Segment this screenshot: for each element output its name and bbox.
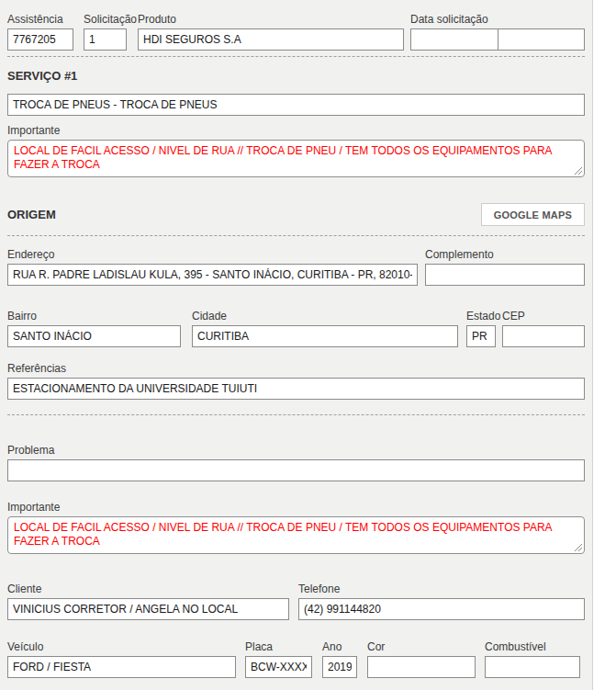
header-row: Assistência Solicitação Produto Data sol… <box>7 13 585 51</box>
origem-header-row: ORIGEM GOOGLE MAPS <box>7 203 585 226</box>
data-solicitacao-label: Data solicitação <box>410 13 585 26</box>
placa-label: Placa <box>245 640 312 653</box>
placa-field-group: Placa <box>245 640 312 678</box>
cep-label: CEP <box>502 310 585 322</box>
endereco-label: Endereço <box>7 248 418 261</box>
veiculo-label: Veículo <box>7 640 236 653</box>
cidade-input[interactable] <box>192 325 458 347</box>
section-divider <box>7 414 585 415</box>
cor-field-group: Cor <box>367 640 476 678</box>
complemento-field-group: Complemento <box>425 248 585 286</box>
combustivel-label: Combustível <box>485 640 580 653</box>
telefone-label: Telefone <box>298 583 585 595</box>
referencias-field-group: Referências <box>7 362 585 400</box>
solicitacao-input[interactable] <box>84 28 127 51</box>
endereco-input[interactable] <box>7 264 418 286</box>
service-type-row <box>7 94 585 116</box>
important-row: Importante LOCAL DE FACIL ACESSO / NIVEL… <box>7 501 585 554</box>
cor-label: Cor <box>367 640 476 653</box>
problema-input[interactable] <box>7 459 585 481</box>
combustivel-input[interactable] <box>485 656 580 678</box>
address-row: Endereço Complemento <box>7 248 585 286</box>
cep-field-group: CEP <box>502 310 585 347</box>
cidade-field-group: Cidade <box>192 310 458 347</box>
placa-input[interactable] <box>245 656 312 678</box>
assistance-form-panel: Assistência Solicitação Produto Data sol… <box>0 0 593 690</box>
veiculo-field-group: Veículo <box>7 640 236 678</box>
references-row: Referências <box>7 362 585 400</box>
data-solicitacao-date-input[interactable] <box>410 28 498 51</box>
service-important-field-group: Importante LOCAL DE FACIL ACESSO / NIVEL… <box>7 124 585 177</box>
solicitacao-field-group: Solicitação <box>84 13 127 51</box>
service-important-row: Importante LOCAL DE FACIL ACESSO / NIVEL… <box>7 124 585 177</box>
estado-input[interactable] <box>466 325 496 347</box>
ano-field-group: Ano <box>322 640 357 678</box>
servico-heading: SERVIÇO #1 <box>7 69 585 83</box>
bairro-input[interactable] <box>7 325 181 347</box>
section-divider <box>7 56 585 57</box>
problem-row: Problema <box>7 444 585 481</box>
data-solicitacao-inputs <box>410 28 585 51</box>
origem-heading: ORIGEM <box>7 208 56 221</box>
ano-input[interactable] <box>322 656 357 678</box>
vehicle-row: Veículo Placa Ano Cor Combustível <box>7 640 585 678</box>
section-divider <box>7 235 585 236</box>
service-important-label: Importante <box>7 124 585 137</box>
service-important-textarea[interactable]: LOCAL DE FACIL ACESSO / NIVEL DE RUA // … <box>7 140 585 177</box>
telefone-input[interactable] <box>298 598 585 620</box>
service-type-field-group <box>7 94 585 116</box>
assistencia-field-group: Assistência <box>7 13 73 51</box>
client-row: Cliente Telefone <box>7 583 585 620</box>
complemento-label: Complemento <box>425 248 585 261</box>
cor-input[interactable] <box>367 656 476 678</box>
service-type-input[interactable] <box>7 94 585 116</box>
important-label: Importante <box>7 501 585 514</box>
produto-label: Produto <box>138 13 404 26</box>
google-maps-button[interactable]: GOOGLE MAPS <box>481 203 585 226</box>
solicitacao-label: Solicitação <box>84 13 127 26</box>
produto-field-group: Produto <box>138 13 404 51</box>
cidade-label: Cidade <box>192 310 458 322</box>
estado-field-group: Estado <box>466 310 496 347</box>
referencias-label: Referências <box>7 362 585 375</box>
telefone-field-group: Telefone <box>298 583 585 620</box>
ano-label: Ano <box>322 640 357 653</box>
complemento-input[interactable] <box>425 264 585 286</box>
assistencia-label: Assistência <box>7 13 73 26</box>
cliente-label: Cliente <box>7 583 289 595</box>
problema-label: Problema <box>7 444 585 457</box>
produto-input[interactable] <box>138 28 404 51</box>
cliente-input[interactable] <box>7 598 289 620</box>
data-solicitacao-time-input[interactable] <box>498 28 585 51</box>
endereco-field-group: Endereço <box>7 248 418 286</box>
assistencia-input[interactable] <box>7 28 73 51</box>
cep-input[interactable] <box>502 325 585 347</box>
important-field-group: Importante LOCAL DE FACIL ACESSO / NIVEL… <box>7 501 585 554</box>
combustivel-field-group: Combustível <box>485 640 580 678</box>
referencias-input[interactable] <box>7 378 585 400</box>
district-city-row: Bairro Cidade Estado CEP <box>7 310 585 347</box>
cliente-field-group: Cliente <box>7 583 289 620</box>
problema-field-group: Problema <box>7 444 585 481</box>
data-solicitacao-field-group: Data solicitação <box>410 13 585 51</box>
estado-label: Estado <box>466 310 496 322</box>
important-textarea[interactable]: LOCAL DE FACIL ACESSO / NIVEL DE RUA // … <box>7 516 585 554</box>
bairro-field-group: Bairro <box>7 310 181 347</box>
bairro-label: Bairro <box>7 310 181 322</box>
veiculo-input[interactable] <box>7 656 236 678</box>
